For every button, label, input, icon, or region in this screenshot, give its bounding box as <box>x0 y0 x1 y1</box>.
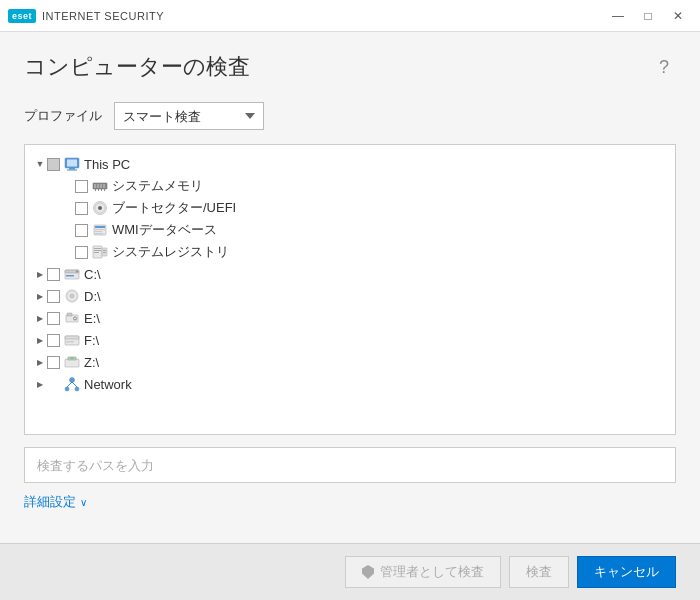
advanced-label: 詳細設定 <box>24 493 76 511</box>
tree-label-sysmem: システムメモリ <box>112 177 203 195</box>
tree-item-thispc[interactable]: ▼ This PC <box>25 153 675 175</box>
tree-item-sysmem[interactable]: システムメモリ <box>25 175 675 197</box>
svg-rect-3 <box>67 170 77 171</box>
svg-rect-36 <box>67 313 72 316</box>
svg-rect-2 <box>69 168 75 170</box>
checkbox-boot[interactable] <box>75 202 88 215</box>
svg-rect-31 <box>66 275 74 277</box>
minimize-button[interactable]: — <box>604 5 632 27</box>
svg-point-33 <box>70 294 74 298</box>
checkbox-wmi[interactable] <box>75 224 88 237</box>
wmi-icon <box>92 222 108 238</box>
svg-rect-12 <box>104 189 105 191</box>
path-input-container <box>24 447 676 483</box>
footer: 管理者として検査 検査 キャンセル <box>0 543 700 600</box>
drive-e-icon <box>64 310 80 326</box>
checkbox-f[interactable] <box>47 334 60 347</box>
checkbox-sysmem[interactable] <box>75 180 88 193</box>
svg-rect-39 <box>65 336 79 339</box>
expand-e[interactable]: ▶ <box>33 311 47 325</box>
eset-badge: eset <box>8 9 36 23</box>
tree-label-c: C:\ <box>84 267 101 282</box>
close-button[interactable]: ✕ <box>664 5 692 27</box>
expand-thispc[interactable]: ▼ <box>33 157 47 171</box>
tree-item-wmi[interactable]: WMIデータベース <box>25 219 675 241</box>
svg-line-46 <box>67 382 72 387</box>
profile-label: プロファイル <box>24 107 102 125</box>
checkbox-d[interactable] <box>47 290 60 303</box>
admin-scan-button[interactable]: 管理者として検査 <box>345 556 501 588</box>
svg-rect-42 <box>70 358 74 360</box>
tree-item-reg[interactable]: システムレジストリ <box>25 241 675 263</box>
network-icon <box>64 376 80 392</box>
boot-icon <box>92 200 108 216</box>
checkbox-thispc[interactable] <box>47 158 60 171</box>
tree-item-network[interactable]: ▶ Network <box>25 373 675 395</box>
file-tree[interactable]: ▼ This PC <box>24 144 676 435</box>
maximize-button[interactable]: □ <box>634 5 662 27</box>
sysmem-icon <box>92 178 108 194</box>
tree-label-reg: システムレジストリ <box>112 243 229 261</box>
svg-rect-19 <box>95 231 102 232</box>
svg-rect-26 <box>103 250 106 251</box>
svg-rect-20 <box>95 233 103 234</box>
tree-label-f: F:\ <box>84 333 99 348</box>
advanced-settings-link[interactable]: 詳細設定 ∨ <box>24 493 676 511</box>
drive-z-icon <box>64 354 80 370</box>
tree-item-e[interactable]: ▶ E:\ <box>25 307 675 329</box>
tree-item-boot[interactable]: ブートセクター/UEFI <box>25 197 675 219</box>
svg-rect-11 <box>101 189 102 191</box>
tree-item-f[interactable]: ▶ F:\ <box>25 329 675 351</box>
page-header: コンピューターの検査 ? <box>24 52 676 82</box>
svg-rect-18 <box>95 229 105 230</box>
tree-label-d: D:\ <box>84 289 101 304</box>
profile-row: プロファイル スマート検査 <box>24 102 676 130</box>
help-button[interactable]: ? <box>652 55 676 79</box>
app-title: INTERNET SECURITY <box>42 10 164 22</box>
checkbox-z[interactable] <box>47 356 60 369</box>
window-controls: — □ ✕ <box>604 5 692 27</box>
svg-rect-24 <box>94 250 101 251</box>
tree-label-z: Z:\ <box>84 355 99 370</box>
expand-c[interactable]: ▶ <box>33 267 47 281</box>
drive-c-icon <box>64 266 80 282</box>
tree-item-d[interactable]: ▶ D:\ <box>25 285 675 307</box>
checkbox-c[interactable] <box>47 268 60 281</box>
tree-label-e: E:\ <box>84 311 100 326</box>
path-input[interactable] <box>24 447 676 483</box>
tree-label-thispc: This PC <box>84 157 130 172</box>
svg-point-43 <box>70 378 75 383</box>
tree-label-network: Network <box>84 377 132 392</box>
profile-select[interactable]: スマート検査 <box>114 102 264 130</box>
checkbox-e[interactable] <box>47 312 60 325</box>
drive-d-icon <box>64 288 80 304</box>
pc-icon <box>64 156 80 172</box>
main-window: eset INTERNET SECURITY — □ ✕ コンピューターの検査 … <box>0 0 700 600</box>
svg-rect-6 <box>97 184 99 188</box>
scan-button[interactable]: 検査 <box>509 556 569 588</box>
svg-rect-27 <box>103 252 106 253</box>
shield-icon <box>362 565 374 579</box>
expand-z[interactable]: ▶ <box>33 355 47 369</box>
svg-rect-25 <box>94 252 99 253</box>
expand-network[interactable]: ▶ <box>33 377 47 391</box>
expand-d[interactable]: ▶ <box>33 289 47 303</box>
page-title: コンピューターの検査 <box>24 52 250 82</box>
checkbox-reg[interactable] <box>75 246 88 259</box>
content-area: コンピューターの検査 ? プロファイル スマート検査 ▼ <box>0 32 700 543</box>
title-bar: eset INTERNET SECURITY — □ ✕ <box>0 0 700 32</box>
cancel-button[interactable]: キャンセル <box>577 556 676 588</box>
drive-f-icon <box>64 332 80 348</box>
chevron-down-icon: ∨ <box>80 497 87 508</box>
svg-point-44 <box>65 387 69 391</box>
reg-icon <box>92 244 108 260</box>
tree-item-z[interactable]: ▶ Z:\ <box>25 351 675 373</box>
svg-rect-5 <box>94 184 96 188</box>
svg-rect-7 <box>100 184 102 188</box>
tree-item-c[interactable]: ▶ C:\ <box>25 263 675 285</box>
expand-f[interactable]: ▶ <box>33 333 47 347</box>
svg-rect-1 <box>67 160 77 167</box>
svg-rect-10 <box>98 189 99 191</box>
svg-point-30 <box>76 271 78 273</box>
tree-label-boot: ブートセクター/UEFI <box>112 199 236 217</box>
